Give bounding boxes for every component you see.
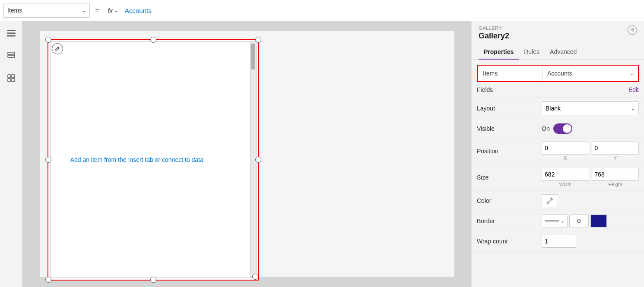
gallery-empty-text: Add an item from the Insert tab or conne… bbox=[70, 156, 203, 163]
layout-dropdown[interactable]: Blank ⌄ bbox=[542, 101, 639, 115]
position-value: X Y bbox=[542, 142, 639, 161]
position-y-input[interactable] bbox=[592, 142, 639, 155]
gallery-component[interactable]: Add an item from the Insert tab or conne… bbox=[48, 39, 259, 281]
position-x-group: X bbox=[542, 142, 589, 161]
svg-rect-0 bbox=[7, 30, 16, 31]
canvas-white: Add an item from the Insert tab or conne… bbox=[40, 31, 454, 277]
scrollbar-thumb bbox=[251, 44, 255, 69]
visible-label: Visible bbox=[477, 125, 542, 132]
fx-chevron: ⌄ bbox=[114, 8, 118, 13]
fields-label: Fields bbox=[477, 86, 628, 93]
color-value bbox=[542, 194, 639, 207]
svg-rect-8 bbox=[12, 79, 15, 82]
svg-rect-4 bbox=[8, 55, 15, 57]
border-num-input[interactable] bbox=[569, 214, 589, 227]
border-label: Border bbox=[477, 218, 542, 224]
position-row: Position X Y bbox=[472, 138, 644, 164]
sidebar-components-icon[interactable] bbox=[3, 70, 19, 86]
position-label: Position bbox=[477, 148, 542, 155]
wrap-count-row: Wrap count bbox=[472, 231, 644, 252]
right-panel: GALLERY Gallery2 ? Properties Rules Adva… bbox=[471, 21, 644, 287]
size-inputs: Width Height bbox=[542, 168, 639, 187]
size-value: Width Height bbox=[542, 168, 639, 187]
panel-tabs: Properties Rules Advanced bbox=[472, 45, 644, 60]
layout-row: Layout Blank ⌄ bbox=[472, 98, 644, 119]
border-style-dropdown[interactable]: ⌄ bbox=[542, 214, 568, 227]
border-style-chevron: ⌄ bbox=[561, 218, 565, 224]
equals-sign: = bbox=[93, 6, 101, 14]
layout-value: Blank ⌄ bbox=[542, 101, 639, 115]
svg-rect-5 bbox=[8, 75, 11, 78]
size-height-group: Height bbox=[592, 168, 639, 187]
items-dropdown-chevron: ⌄ bbox=[82, 8, 86, 13]
fields-row: Fields Edit bbox=[472, 82, 644, 98]
tab-advanced[interactable]: Advanced bbox=[545, 45, 582, 60]
color-picker-button[interactable] bbox=[542, 194, 558, 207]
visible-on-label: On bbox=[542, 125, 550, 132]
accounts-formula-text: Accounts bbox=[125, 7, 152, 14]
items-dropdown[interactable]: Items ⌄ bbox=[3, 3, 90, 18]
visible-value: On bbox=[542, 123, 639, 134]
items-property-label: Items bbox=[478, 70, 542, 77]
sidebar-layers-icon[interactable] bbox=[3, 48, 19, 63]
position-y-group: Y bbox=[592, 142, 639, 161]
position-y-label: Y bbox=[592, 155, 639, 161]
tab-rules[interactable]: Rules bbox=[519, 45, 545, 60]
toggle-row: On bbox=[542, 123, 639, 134]
tab-properties[interactable]: Properties bbox=[479, 45, 519, 60]
resize-handle-bottom-right[interactable] bbox=[252, 274, 258, 280]
visible-row: Visible On bbox=[472, 119, 644, 138]
size-height-label: Height bbox=[592, 182, 639, 187]
size-label: Size bbox=[477, 174, 542, 181]
panel-title: Gallery2 bbox=[479, 32, 637, 41]
items-value-text: Accounts bbox=[547, 70, 572, 77]
svg-rect-1 bbox=[7, 33, 16, 34]
wrap-count-value bbox=[542, 235, 639, 248]
position-x-label: X bbox=[542, 155, 589, 161]
svg-rect-6 bbox=[12, 75, 15, 78]
fields-edit-button[interactable]: Edit bbox=[628, 86, 639, 93]
panel-section-label: GALLERY bbox=[479, 25, 637, 31]
layout-label: Layout bbox=[477, 105, 542, 112]
panel-content: Items Accounts ⌄ Fields Edit Layout Blan… bbox=[472, 60, 644, 287]
panel-header-row: GALLERY Gallery2 ? bbox=[472, 21, 644, 42]
size-width-group: Width bbox=[542, 168, 589, 187]
layout-value-text: Blank bbox=[546, 105, 561, 112]
color-label: Color bbox=[477, 197, 542, 204]
items-property-row: Items Accounts ⌄ bbox=[477, 65, 639, 82]
toggle-thumb bbox=[563, 124, 571, 133]
visible-toggle[interactable] bbox=[553, 123, 572, 134]
color-row: Color bbox=[472, 191, 644, 211]
svg-rect-3 bbox=[8, 52, 15, 54]
resize-handle-middle-right[interactable] bbox=[255, 157, 261, 163]
top-bar: Items ⌄ = fx ⌄ Accounts bbox=[0, 0, 644, 21]
main-layout: Add an item from the Insert tab or conne… bbox=[0, 21, 644, 287]
border-row: Border ⌄ bbox=[472, 211, 644, 231]
size-width-input[interactable] bbox=[542, 168, 589, 181]
resize-handle-top-right[interactable] bbox=[255, 37, 261, 43]
svg-rect-7 bbox=[8, 79, 11, 82]
fx-icon: fx bbox=[108, 7, 113, 14]
border-color-swatch[interactable] bbox=[590, 214, 607, 227]
resize-handle-bottom-center[interactable] bbox=[150, 277, 156, 283]
left-sidebar bbox=[0, 21, 22, 287]
size-row: Size Width Height bbox=[472, 164, 644, 191]
items-dropdown-text: Items bbox=[7, 7, 22, 14]
wrap-count-input[interactable] bbox=[542, 235, 576, 248]
canvas-area: Add an item from the Insert tab or conne… bbox=[22, 21, 471, 287]
border-inputs: ⌄ bbox=[542, 214, 639, 227]
fx-dropdown[interactable]: fx ⌄ bbox=[104, 5, 121, 16]
resize-handle-bottom-left[interactable] bbox=[45, 277, 51, 283]
size-height-input[interactable] bbox=[592, 168, 639, 181]
panel-help-button[interactable]: ? bbox=[628, 25, 637, 35]
svg-rect-2 bbox=[7, 35, 16, 37]
size-width-label: Width bbox=[542, 182, 589, 187]
panel-header: GALLERY Gallery2 bbox=[472, 21, 644, 42]
wrap-count-label: Wrap count bbox=[477, 238, 542, 245]
items-dropdown-chevron-panel: ⌄ bbox=[630, 71, 634, 76]
position-x-input[interactable] bbox=[542, 142, 589, 155]
items-value-dropdown[interactable]: Accounts ⌄ bbox=[542, 66, 638, 81]
sidebar-hamburger-icon[interactable] bbox=[3, 25, 19, 41]
border-style-line bbox=[545, 221, 559, 221]
border-value: ⌄ bbox=[542, 214, 639, 227]
